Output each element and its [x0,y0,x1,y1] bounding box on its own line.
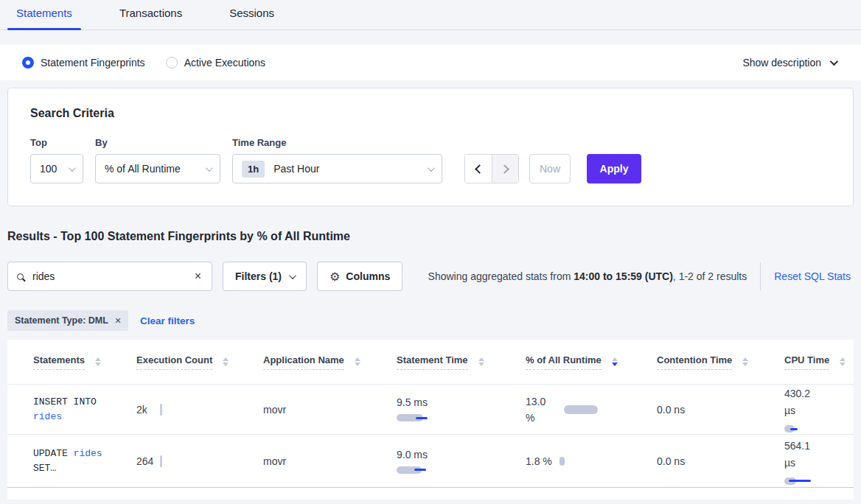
top-label: Top [30,137,83,148]
contention-time-cell: 0.0 ns [631,455,759,467]
column-header-cpu-time[interactable]: CPU Time [759,354,854,370]
sort-icon-active-desc[interactable] [612,357,618,367]
tab-sessions[interactable]: Sessions [220,7,283,29]
search-criteria-card: Search Criteria Top 100 By % of All Runt… [7,88,854,206]
stats-time-range: 14:00 to 15:59 (UTC) [574,270,673,282]
reset-sql-stats-link[interactable]: Reset SQL Stats [774,270,851,282]
execution-count-cell: 2k [111,404,237,416]
column-header-application-name[interactable]: Application Name [237,354,371,370]
top-select-value: 100 [40,163,57,175]
radio-active-executions[interactable]: Active Executions [166,57,266,69]
stats-suffix: , 1-2 of 2 results [673,270,747,282]
vertical-divider [760,262,761,290]
chevron-down-icon [69,164,76,172]
table-header-row: Statements Execution Count Application N… [7,340,854,384]
statement-keyword: SET… [33,463,56,474]
tab-transactions[interactable]: Transactions [111,7,191,29]
results-heading: Results - Top 100 Statement Fingerprints… [7,230,854,243]
radio-selected-icon[interactable] [22,57,34,69]
sort-icon[interactable] [355,357,360,367]
sort-icon[interactable] [840,357,846,367]
statement-link[interactable]: rides [74,448,102,459]
column-header-statements[interactable]: Statements [7,354,111,370]
search-criteria-title: Search Criteria [30,107,831,120]
radio-statement-fingerprints-label: Statement Fingerprints [41,57,145,69]
tab-statements[interactable]: Statements [7,7,81,29]
sort-icon[interactable] [95,357,101,367]
now-button[interactable]: Now [529,154,571,183]
clear-filters-link[interactable]: Clear filters [140,315,195,326]
execution-count-cell: 264 [111,455,237,467]
search-criteria-form: Top 100 By % of All Runtime Time Range 1… [30,137,831,183]
results-toolbar: × Filters (1) ⚙ Columns Showing aggregat… [7,262,854,291]
columns-button[interactable]: ⚙ Columns [317,262,402,291]
statements-table: Statements Execution Count Application N… [7,340,854,500]
table-bottom-border [7,487,854,488]
execution-count-bar [160,455,162,467]
filter-chip-statement-type[interactable]: Statement Type: DML × [7,310,128,331]
column-header-contention-time[interactable]: Contention Time [631,354,759,370]
columns-button-label: Columns [346,270,390,282]
top-field: Top 100 [30,137,83,183]
column-header-statement-time[interactable]: Statement Time [371,354,500,370]
filters-button-label: Filters (1) [235,270,282,282]
sort-icon[interactable] [742,357,748,367]
sort-icon[interactable] [478,357,484,367]
show-description-toggle[interactable]: Show description [742,57,836,69]
sort-icon[interactable] [223,357,229,367]
search-clear-icon[interactable]: × [193,270,203,283]
filter-chip-close-icon[interactable]: × [115,315,121,326]
search-icon [17,273,24,280]
runtime-cell: 13.0 % [500,393,631,426]
chevron-down-icon [830,57,838,66]
cpu-time-cell: 564.1 µs [759,438,854,486]
statement-link[interactable]: rides [33,411,62,422]
stats-prefix: Showing aggregated stats from [428,270,574,282]
statement-time-cell: 9.0 ms [371,449,500,475]
chevron-right-icon [500,164,509,174]
statement-cell: UPDATE rides SET… [7,447,111,476]
chevron-down-icon [289,272,296,279]
filter-chip-label: Statement Type: DML [15,315,108,326]
application-name-cell: movr [237,404,371,416]
column-header-runtime[interactable]: % of All Runtime [500,354,631,370]
time-range-next-button[interactable] [492,155,518,183]
statement-time-bar [397,413,500,422]
search-input[interactable] [32,270,193,282]
active-filters-row: Statement Type: DML × Clear filters [7,310,854,331]
table-row[interactable]: UPDATE rides SET… 264 movr 9.0 ms 1.8 % … [7,434,854,488]
time-range-field: Time Range 1h Past Hour [232,137,442,183]
time-range-prev-button[interactable] [465,155,492,183]
contention-time-cell: 0.0 ns [631,404,759,416]
application-name-cell: movr [237,455,371,467]
table-row[interactable]: INSERT INTO rides 2k movr 9.5 ms 13.0 % … [7,384,854,434]
execution-count-bar [160,404,162,416]
by-select-value: % of All Runtime [105,163,181,175]
radio-statement-fingerprints[interactable]: Statement Fingerprints [22,57,145,69]
cpu-time-bar [784,424,854,433]
time-range-select[interactable]: 1h Past Hour [232,154,442,183]
runtime-cell: 1.8 % [500,453,631,469]
time-range-arrows [464,154,519,183]
cpu-time-bar [784,477,854,486]
chevron-down-icon [428,164,435,172]
cpu-time-cell: 430.2 µs [759,385,854,433]
by-select[interactable]: % of All Runtime [95,154,220,183]
gear-icon: ⚙ [330,270,340,284]
statement-keyword: INSERT INTO [33,396,97,407]
top-select[interactable]: 100 [30,154,83,183]
column-header-execution-count[interactable]: Execution Count [111,354,237,370]
statement-time-cell: 9.5 ms [371,396,500,422]
chevron-down-icon [206,164,213,172]
filters-button[interactable]: Filters (1) [223,262,307,291]
radio-unselected-icon[interactable] [166,57,178,69]
radio-active-executions-label: Active Executions [184,57,266,69]
time-range-value: Past Hour [273,163,319,175]
time-range-label: Time Range [232,137,442,148]
time-range-badge: 1h [242,161,265,178]
search-box[interactable]: × [7,262,212,291]
apply-button[interactable]: Apply [587,154,641,183]
sql-activity-tabbar: Statements Transactions Sessions [0,0,861,30]
statement-keyword: UPDATE [33,448,74,459]
statement-time-bar [397,466,500,475]
